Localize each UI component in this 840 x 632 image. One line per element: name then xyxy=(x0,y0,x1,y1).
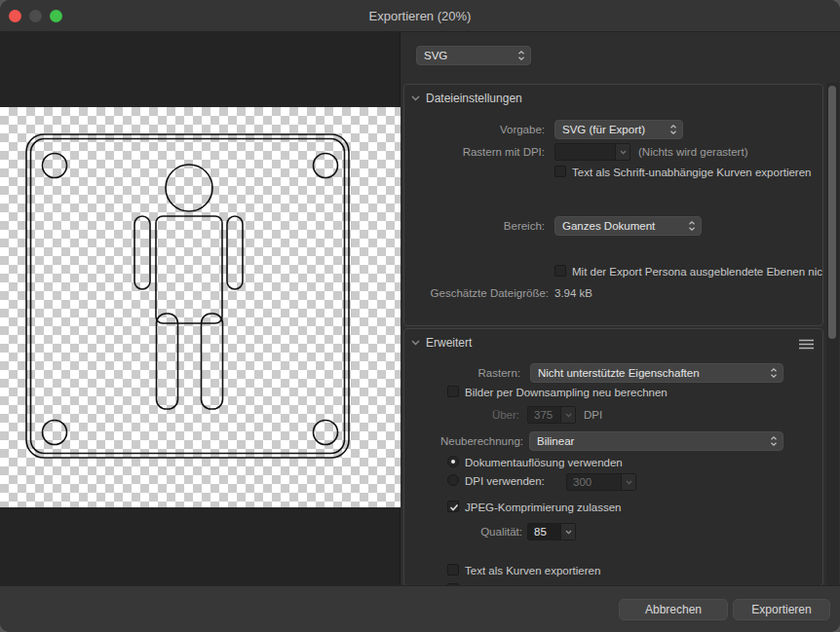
vorgabe-label: Vorgabe: xyxy=(404,124,545,135)
format-dropdown-value: SVG xyxy=(417,50,517,61)
bereich-dropdown[interactable]: Ganzes Dokument xyxy=(554,216,702,236)
document-resolution-radio[interactable] xyxy=(447,456,459,467)
format-dropdown[interactable]: SVG xyxy=(416,46,531,65)
downsample-label[interactable]: Bilder per Downsampling neu berechnen xyxy=(465,387,668,398)
titlebar: Exportieren (20%) xyxy=(0,0,840,32)
text-schrift-curves-checkbox[interactable] xyxy=(554,166,566,177)
filesize-label: Geschätzte Dateigröße: xyxy=(404,287,549,299)
ueber-dpi-dropdown-button xyxy=(560,407,575,423)
persona-hidden-layers-label[interactable]: Mit der Export Persona ausgeblendete Ebe… xyxy=(572,266,822,278)
neuberechnung-dropdown[interactable]: Bilinear xyxy=(529,431,783,451)
raster-dpi-dropdown-button[interactable] xyxy=(615,144,630,160)
file-settings-title: Dateieinstellungen xyxy=(426,92,522,105)
document-resolution-label[interactable]: Dokumentauflösung verwenden xyxy=(465,457,623,468)
jpeg-compression-checkbox[interactable] xyxy=(447,501,459,512)
vorgabe-dropdown[interactable]: SVG (für Export) xyxy=(554,120,683,139)
qualitaet-dropdown-button[interactable] xyxy=(560,524,575,539)
text-curves-checkbox[interactable] xyxy=(447,564,459,576)
export-dialog-window: Exportieren (20%) xyxy=(0,0,840,632)
neuberechnung-dropdown-value: Bilinear xyxy=(530,435,770,447)
stepper-icon xyxy=(517,50,525,61)
chevron-down-icon xyxy=(565,530,572,535)
raster-dpi-label: Rastern mit DPI: xyxy=(404,146,545,158)
advanced-title: Erweitert xyxy=(426,336,472,350)
dpi-verwenden-dropdown-button xyxy=(621,474,635,490)
ueber-dpi-value: 375 xyxy=(528,407,560,423)
stepper-icon xyxy=(688,220,696,232)
check-icon xyxy=(448,502,460,513)
ueber-label: Über: xyxy=(404,409,519,421)
persona-hidden-layers-checkbox[interactable] xyxy=(554,265,566,277)
menu-icon[interactable] xyxy=(799,339,814,350)
dpi-verwenden-radio[interactable] xyxy=(447,474,459,486)
qualitaet-value: 85 xyxy=(528,524,560,539)
dpi-verwenden-value: 300 xyxy=(567,474,621,490)
raster-dpi-combo[interactable] xyxy=(554,143,630,161)
text-curves-label[interactable]: Text als Kurven exportieren xyxy=(465,565,600,576)
file-settings-section: Dateieinstellungen Vorgabe: SVG (für Exp… xyxy=(403,84,823,326)
stepper-icon xyxy=(669,124,677,135)
scrollbar-track[interactable] xyxy=(826,83,839,585)
rastern-label: Rastern: xyxy=(404,367,520,379)
vorgabe-dropdown-value: SVG (für Export) xyxy=(555,124,669,135)
cancel-button[interactable]: Abbrechen xyxy=(619,599,728,620)
chevron-down-icon xyxy=(626,480,632,485)
chevron-down-icon xyxy=(411,95,420,101)
scrollbar-thumb[interactable] xyxy=(828,86,836,339)
stepper-icon xyxy=(770,435,778,447)
export-preview-pane xyxy=(0,32,401,585)
dpi-suffix-label: DPI xyxy=(584,409,602,421)
dialog-footer: Abbrechen Exportieren xyxy=(0,585,840,632)
advanced-section: Erweitert Rastern: Nicht unterstützte Ei… xyxy=(403,328,823,585)
qualitaet-combo[interactable]: 85 xyxy=(527,523,576,540)
bereich-dropdown-value: Ganzes Dokument xyxy=(555,220,688,232)
file-settings-header[interactable]: Dateieinstellungen xyxy=(411,92,522,105)
dpi-verwenden-label[interactable]: DPI verwenden: xyxy=(465,475,545,487)
chevron-down-icon xyxy=(565,413,572,418)
dialog-content: SVG Dateieinstellungen Vorgabe: SVG (für… xyxy=(0,32,840,585)
transparency-checkerboard xyxy=(0,107,401,507)
qualitaet-label: Qualität: xyxy=(404,526,522,538)
filesize-value: 3.94 kB xyxy=(554,287,592,299)
window-title: Exportieren (20%) xyxy=(0,0,840,32)
rastern-dropdown-value: Nicht unterstützte Eigenschaften xyxy=(531,367,770,379)
text-schrift-curves-label[interactable]: Text als Schrift-unabhängige Kurven expo… xyxy=(572,167,811,178)
chevron-down-icon xyxy=(411,340,420,346)
stepper-icon xyxy=(770,367,778,379)
ueber-dpi-combo: 375 xyxy=(527,406,576,424)
person-sign-artwork xyxy=(0,107,401,507)
export-settings-panel: SVG Dateieinstellungen Vorgabe: SVG (für… xyxy=(401,32,840,585)
advanced-header[interactable]: Erweitert xyxy=(411,336,472,350)
rastern-dropdown[interactable]: Nicht unterstützte Eigenschaften xyxy=(530,363,783,383)
neuberechnung-label: Neuberechnung: xyxy=(404,435,523,447)
jpeg-compression-label[interactable]: JPEG-Komprimierung zulassen xyxy=(465,502,621,513)
raster-dpi-note: (Nichts wird gerastert) xyxy=(638,146,747,158)
bereich-label: Bereich: xyxy=(404,220,545,232)
dpi-verwenden-combo: 300 xyxy=(566,473,636,491)
downsample-checkbox[interactable] xyxy=(447,386,459,397)
export-button[interactable]: Exportieren xyxy=(733,599,830,620)
raster-dpi-value xyxy=(555,144,615,160)
chevron-down-icon xyxy=(620,150,627,155)
